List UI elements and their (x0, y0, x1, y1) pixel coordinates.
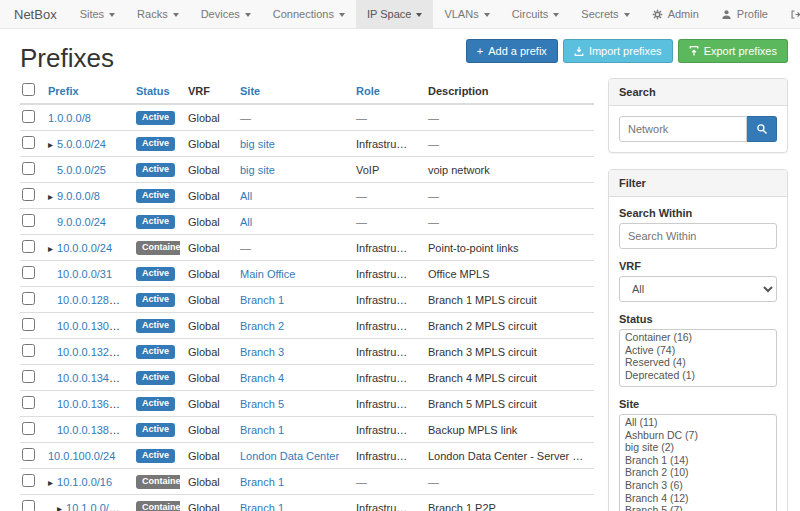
status-badge: Active (136, 137, 175, 151)
row-checkbox[interactable] (22, 136, 35, 149)
site-link[interactable]: Branch 3 (240, 346, 284, 358)
row-checkbox[interactable] (22, 370, 35, 383)
import-icon (574, 46, 584, 56)
row-checkbox[interactable] (22, 214, 35, 227)
prefix-link[interactable]: 5.0.0.0/24 (57, 138, 106, 150)
table-row: 1.0.0.0/8ActiveGlobal——— (20, 104, 594, 131)
role-cell: Infrastructure (348, 365, 420, 391)
site-link[interactable]: All (240, 190, 252, 202)
filter-option[interactable]: Deprecated (1) (621, 369, 775, 382)
nav-item-profile[interactable]: Profile (710, 0, 779, 28)
chevron-down-icon (484, 13, 490, 17)
filter-option[interactable]: big site (2) (621, 441, 775, 454)
status-badge: Active (136, 397, 175, 411)
search-within-input[interactable] (619, 223, 777, 249)
description-cell: — (420, 183, 594, 209)
site-link[interactable]: Branch 1 (240, 476, 284, 488)
column-header-role[interactable]: Role (348, 78, 420, 104)
site-link[interactable]: Branch 4 (240, 372, 284, 384)
prefix-link[interactable]: 10.0.0.130/31 (57, 320, 124, 332)
filter-option[interactable]: Branch 1 (14) (621, 454, 775, 467)
nav-item-ip-space[interactable]: IP Space (356, 0, 433, 28)
column-header-status[interactable]: Status (128, 78, 180, 104)
row-checkbox[interactable] (22, 500, 35, 511)
filter-option[interactable]: Branch 2 (10) (621, 466, 775, 479)
prefix-link[interactable]: 5.0.0.0/25 (57, 164, 106, 176)
vrf-cell: Global (180, 365, 232, 391)
filter-option[interactable]: Reserved (4) (621, 356, 775, 369)
site-link[interactable]: Branch 1 (240, 502, 284, 511)
brand[interactable]: NetBox (14, 0, 69, 28)
row-checkbox[interactable] (22, 110, 35, 123)
role-cell: Infrastructure (348, 443, 420, 469)
nav-item-circuits[interactable]: Circuits (501, 0, 571, 28)
site-link[interactable]: All (240, 216, 252, 228)
sidebar: Search Filter Searc (608, 78, 788, 511)
row-checkbox[interactable] (22, 318, 35, 331)
prefix-link[interactable]: 9.0.0.0/24 (57, 216, 106, 228)
role-cell: Infrastructure (348, 287, 420, 313)
prefix-link[interactable]: 10.1.0.0/16 (57, 476, 112, 488)
nav-item-secrets[interactable]: Secrets (570, 0, 640, 28)
row-checkbox[interactable] (22, 162, 35, 175)
filter-option[interactable]: Ashburn DC (7) (621, 429, 775, 442)
row-checkbox[interactable] (22, 266, 35, 279)
row-checkbox[interactable] (22, 240, 35, 253)
role-cell: Infrastructure (348, 495, 420, 511)
nav-item-vlans[interactable]: VLANs (433, 0, 500, 28)
add-prefix-button[interactable]: + Add a prefix (466, 39, 558, 63)
filter-option[interactable]: Branch 5 (7) (621, 504, 775, 511)
vrf-select[interactable]: All (619, 276, 777, 302)
site-link[interactable]: Branch 2 (240, 320, 284, 332)
nav-item-racks[interactable]: Racks (126, 0, 190, 28)
status-filter-select[interactable]: Container (16)Active (74)Reserved (4)Dep… (619, 329, 777, 387)
filter-option[interactable]: Container (16) (621, 331, 775, 344)
nav-item-admin[interactable]: Admin (641, 0, 710, 28)
select-all-checkbox[interactable] (22, 83, 35, 96)
filter-option[interactable]: All (11) (621, 416, 775, 429)
row-checkbox[interactable] (22, 474, 35, 487)
search-button[interactable] (747, 116, 777, 142)
import-prefixes-button[interactable]: Import prefixes (563, 39, 673, 63)
description-cell: voip network (420, 157, 594, 183)
prefix-link[interactable]: 10.1.0.0/24 (66, 502, 121, 511)
site-link[interactable]: London Data Center (240, 450, 339, 462)
description-cell: — (420, 209, 594, 235)
site-link[interactable]: Branch 1 (240, 294, 284, 306)
export-prefixes-button[interactable]: Export prefixes (678, 39, 788, 63)
filter-option[interactable]: Branch 3 (6) (621, 479, 775, 492)
nav-item-devices[interactable]: Devices (190, 0, 262, 28)
search-input[interactable] (619, 116, 747, 142)
site-link[interactable]: Branch 1 (240, 424, 284, 436)
filter-option[interactable]: Branch 4 (12) (621, 492, 775, 505)
prefix-link[interactable]: 10.0.100.0/24 (48, 450, 115, 462)
prefix-link[interactable]: 10.0.0.0/31 (57, 268, 112, 280)
site-link[interactable]: Branch 5 (240, 398, 284, 410)
column-header-site[interactable]: Site (232, 78, 348, 104)
row-checkbox[interactable] (22, 188, 35, 201)
prefix-link[interactable]: 10.0.0.136/31 (57, 398, 124, 410)
prefix-link[interactable]: 1.0.0.0/8 (48, 112, 91, 124)
prefix-link[interactable]: 10.0.0.0/24 (57, 242, 112, 254)
prefix-link[interactable]: 10.0.0.138/31 (57, 424, 124, 436)
site-link[interactable]: Main Office (240, 268, 295, 280)
row-checkbox[interactable] (22, 422, 35, 435)
prefix-link[interactable]: 9.0.0.0/8 (57, 190, 100, 202)
prefix-link[interactable]: 10.0.0.134/31 (57, 372, 124, 384)
prefix-link[interactable]: 10.0.0.132/31 (57, 346, 124, 358)
site-link[interactable]: big site (240, 164, 275, 176)
row-checkbox[interactable] (22, 448, 35, 461)
chevron-down-icon (624, 13, 630, 17)
nav-item-sites[interactable]: Sites (69, 0, 126, 28)
vrf-cell: Global (180, 443, 232, 469)
row-checkbox[interactable] (22, 344, 35, 357)
nav-item-connections[interactable]: Connections (262, 0, 356, 28)
row-checkbox[interactable] (22, 396, 35, 409)
filter-option[interactable]: Active (74) (621, 344, 775, 357)
row-checkbox[interactable] (22, 292, 35, 305)
nav-item-log-out[interactable]: Log out (779, 0, 800, 28)
prefix-link[interactable]: 10.0.0.128/31 (57, 294, 124, 306)
site-link[interactable]: big site (240, 138, 275, 150)
site-filter-select[interactable]: All (11)Ashburn DC (7)big site (2)Branch… (619, 414, 777, 511)
column-header-prefix[interactable]: Prefix (40, 78, 128, 104)
